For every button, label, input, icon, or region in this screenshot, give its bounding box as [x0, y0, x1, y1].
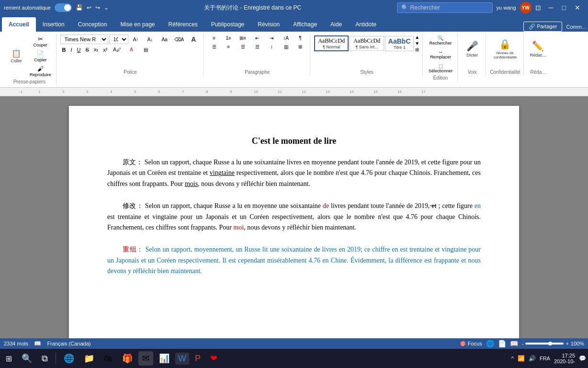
zoom-out-icon[interactable]: -	[522, 341, 524, 346]
zoom-slider[interactable]	[525, 343, 564, 345]
bold-button[interactable]: B	[60, 46, 68, 54]
system-tray[interactable]: ^	[511, 356, 514, 361]
text-highlight-button[interactable]: A🖊	[111, 46, 124, 53]
tab-antidote[interactable]: Antidote	[349, 17, 383, 32]
increase-font-button[interactable]: A↑	[129, 36, 143, 43]
scroll-up-icon[interactable]: ▲	[415, 34, 419, 40]
tab-publipostage[interactable]: Publipostage	[204, 17, 251, 32]
search-taskbar-button[interactable]: 🔍	[18, 351, 36, 366]
font-family-selector[interactable]: Times New R	[60, 34, 108, 44]
styles-scroll[interactable]: ▲ ▼ ⊞	[415, 34, 419, 52]
language-label[interactable]: Français (Canada)	[47, 341, 90, 346]
wifi-icon[interactable]: 📶	[518, 355, 525, 362]
align-center-button[interactable]: ≡	[222, 43, 235, 50]
proofing-icon[interactable]: 📖	[34, 340, 41, 347]
excel-button[interactable]: 📊	[155, 351, 173, 366]
store-button[interactable]: 🛍	[100, 352, 116, 366]
numbering-button[interactable]: 1≡	[222, 34, 235, 42]
comments-button[interactable]: Comm...	[566, 24, 586, 30]
view-print-icon[interactable]: 📄	[498, 340, 506, 347]
show-formatting-button[interactable]: ¶	[294, 34, 307, 42]
cut-button[interactable]: ✂ Couper	[28, 34, 53, 48]
justify-button[interactable]: ☰	[250, 43, 264, 50]
confidentialite-button[interactable]: 🔒 Niveau de confidentialité	[491, 34, 519, 63]
focus-button[interactable]: 🎯 Focus	[460, 341, 482, 347]
save-icon[interactable]: 💾	[76, 4, 83, 11]
superscript-button[interactable]: x²	[101, 46, 109, 54]
volume-icon[interactable]: 🔊	[529, 355, 536, 362]
strikethrough-button[interactable]: S	[84, 46, 91, 54]
multilevel-button[interactable]: ⊞≡	[236, 34, 249, 42]
tab-mise-en-page[interactable]: Mise en page	[113, 17, 161, 32]
more-icon[interactable]: ⌄	[104, 4, 109, 11]
format-painter-button[interactable]: 🖌 Reproduire	[28, 64, 53, 78]
copy-button[interactable]: 📄 Copier	[28, 49, 53, 63]
edge-button[interactable]: 🌐	[60, 351, 78, 366]
paste-button[interactable]: 📋 Coller	[6, 42, 27, 71]
gift-button[interactable]: 🎁	[118, 351, 136, 366]
language-indicator[interactable]: FRA	[540, 356, 550, 361]
user-avatar[interactable]: YW	[520, 2, 531, 13]
task-view-button[interactable]: ⧉	[38, 352, 52, 366]
decrease-indent-button[interactable]: ⇤	[250, 34, 264, 42]
minimize-button[interactable]: ─	[545, 4, 557, 12]
tab-aide[interactable]: Aide	[324, 17, 349, 32]
explorer-button[interactable]: 📁	[80, 351, 98, 366]
decrease-font-button[interactable]: A↓	[144, 36, 157, 43]
view-read-icon[interactable]: 📖	[510, 340, 518, 347]
layout-icon[interactable]: ⊡	[535, 4, 541, 12]
change-case-button[interactable]: Aa	[158, 36, 171, 43]
tab-references[interactable]: Références	[161, 17, 204, 32]
style-normal-button[interactable]: AaBbCcDd ¶ Normal	[314, 35, 349, 51]
maximize-button[interactable]: □	[558, 4, 570, 12]
shading-button[interactable]: ▤	[139, 46, 153, 53]
rechercher-button[interactable]: 🔍 Rechercher	[427, 34, 454, 46]
text-color-button[interactable]: A	[125, 46, 138, 53]
align-left-button[interactable]: ☰	[207, 43, 221, 50]
share-button[interactable]: 🔗 Partager	[523, 22, 562, 32]
selectionner-button[interactable]: ⬚ Sélectionner	[427, 62, 454, 74]
start-button[interactable]: ⊞	[2, 352, 16, 365]
redo-icon[interactable]: ↪	[95, 4, 100, 11]
word-taskbar-button[interactable]: W	[175, 353, 189, 365]
redacteur-button[interactable]: ✏️ Rédac...	[528, 34, 549, 63]
shading-para-button[interactable]: ▥	[279, 43, 293, 50]
borders-button[interactable]: ⊞	[294, 43, 307, 50]
notification-button[interactable]: 💬	[579, 355, 586, 362]
style-sans-int-button[interactable]: AaBbCcDd ¶ Sans int...	[350, 36, 384, 51]
font-color-button[interactable]: A	[187, 34, 200, 44]
close-button[interactable]: ✕	[571, 4, 584, 12]
undo-icon[interactable]: ↩	[87, 4, 91, 11]
dicter-button[interactable]: 🎤 Dicter	[462, 34, 483, 63]
tab-conception[interactable]: Conception	[71, 17, 114, 32]
underline-button[interactable]: U	[75, 46, 83, 54]
line-spacing-button[interactable]: ↕	[265, 43, 278, 50]
tab-insertion[interactable]: Insertion	[36, 17, 71, 32]
tab-revision[interactable]: Révision	[251, 17, 286, 32]
taskbar-clock[interactable]: 17:25 2020-10-	[554, 353, 575, 364]
mail-button[interactable]: ✉	[138, 351, 153, 366]
increase-indent-button[interactable]: ⇥	[265, 34, 278, 42]
bullets-button[interactable]: ≡	[207, 34, 221, 42]
align-right-button[interactable]: ☰	[236, 43, 249, 50]
clear-formatting-button[interactable]: ⌫A	[172, 36, 186, 43]
zoom-in-icon[interactable]: +	[565, 341, 568, 346]
font-size-selector[interactable]: 10,5	[109, 34, 128, 44]
auto-save-toggle[interactable]	[55, 3, 72, 12]
scroll-down-icon[interactable]: ▼	[415, 41, 419, 46]
subscript-button[interactable]: x₂	[92, 46, 101, 54]
expand-styles-icon[interactable]: ⊞	[415, 47, 419, 52]
sort-button[interactable]: ↕A	[279, 34, 293, 42]
zoom-control[interactable]: - + 100%	[522, 341, 584, 346]
unknown-app-button[interactable]: ❤	[206, 351, 221, 366]
tab-accueil[interactable]: Accueil	[2, 17, 36, 32]
search-bar[interactable]: 🔍 Rechercher	[397, 2, 493, 13]
italic-button[interactable]: I	[68, 46, 74, 54]
remplacer-button[interactable]: ↔ Remplacer	[427, 48, 454, 60]
ribbon-group-clipboard: 📋 Coller ✂ Couper 📄 Copier 🖌 Reproduire	[3, 34, 57, 85]
powerpoint-button[interactable]: P	[191, 352, 204, 366]
tab-affichage[interactable]: Affichage	[286, 17, 324, 32]
scroll-area[interactable]: C'est le moment de lire 原文： Selon un rap…	[0, 96, 588, 338]
view-web-icon[interactable]: 🌐	[486, 340, 494, 347]
style-titre1-button[interactable]: AaBbC Titre 1	[385, 36, 414, 51]
